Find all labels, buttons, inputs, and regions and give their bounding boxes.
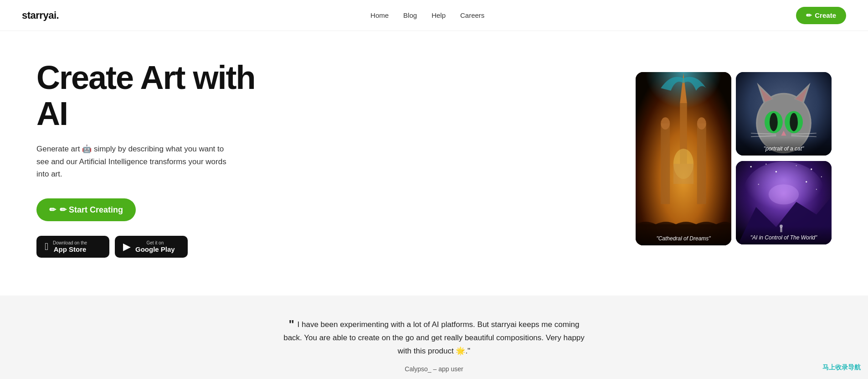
apple-icon:  <box>45 241 48 253</box>
svg-point-20 <box>770 113 778 131</box>
svg-point-35 <box>758 184 759 185</box>
svg-rect-6 <box>661 124 670 204</box>
svg-point-36 <box>806 181 807 182</box>
svg-point-9 <box>697 117 706 130</box>
app-store-button[interactable]:  Download on the App Store <box>36 236 109 258</box>
svg-point-29 <box>750 166 752 167</box>
svg-rect-7 <box>697 124 706 204</box>
play-icon: ▶ <box>123 241 131 253</box>
nav-link-help[interactable]: Help <box>431 11 446 19</box>
google-play-button[interactable]: ▶ Get it on Google Play <box>115 236 188 258</box>
svg-point-30 <box>765 164 766 165</box>
brand-logo: starryai. <box>22 10 59 21</box>
svg-point-34 <box>821 176 822 177</box>
hero-section: Create Art with AI Generate art 🤖 simply… <box>0 31 868 296</box>
svg-point-21 <box>790 113 798 131</box>
card-caption-cathedral: "Cathedral of Dreams" <box>636 227 731 245</box>
testimonial-quote: " I have been experimenting with a lot o… <box>279 318 589 358</box>
svg-point-37 <box>816 189 817 190</box>
pencil-icon-btn: ✏ <box>49 205 56 215</box>
pencil-icon: ✏ <box>806 11 812 20</box>
store-buttons:  Download on the App Store ▶ Get it on … <box>36 236 273 258</box>
svg-point-32 <box>796 165 797 166</box>
navbar: starryai. Home Blog Help Careers ✏ Creat… <box>0 0 868 31</box>
nav-links: Home Blog Help Careers <box>370 11 484 19</box>
corner-watermark: 马上收录导航 <box>822 363 861 372</box>
svg-rect-5 <box>673 164 693 184</box>
svg-point-31 <box>776 171 777 172</box>
art-card-cathedral: "Cathedral of Dreams" <box>636 72 731 245</box>
hero-left: Create Art with AI Generate art 🤖 simply… <box>36 60 273 258</box>
quote-mark: " <box>289 317 294 331</box>
nav-link-home[interactable]: Home <box>370 11 389 19</box>
svg-point-33 <box>811 168 812 170</box>
svg-point-40 <box>769 184 799 204</box>
art-card-cat: "portrait of a cat" <box>736 72 832 156</box>
art-card-galaxy: "AI in Control of The World" <box>736 161 832 244</box>
hero-title: Create Art with AI <box>36 60 273 132</box>
nav-link-careers[interactable]: Careers <box>460 11 484 19</box>
card-caption-galaxy: "AI in Control of The World" <box>736 226 832 244</box>
svg-point-8 <box>661 117 670 130</box>
nav-link-blog[interactable]: Blog <box>403 11 417 19</box>
card-caption-cat: "portrait of a cat" <box>736 137 832 156</box>
testimonial-author: Calypso_ – app user <box>18 365 850 373</box>
nav-create-button[interactable]: ✏ Create <box>796 7 846 24</box>
hero-art-grid: "Cathedral of Dreams" <box>636 72 832 245</box>
testimonial-section: " I have been experimenting with a lot o… <box>0 296 868 379</box>
start-creating-button[interactable]: ✏ ✏ Start Creating <box>36 198 136 221</box>
hero-subtitle: Generate art 🤖 simply by describing what… <box>36 143 237 180</box>
